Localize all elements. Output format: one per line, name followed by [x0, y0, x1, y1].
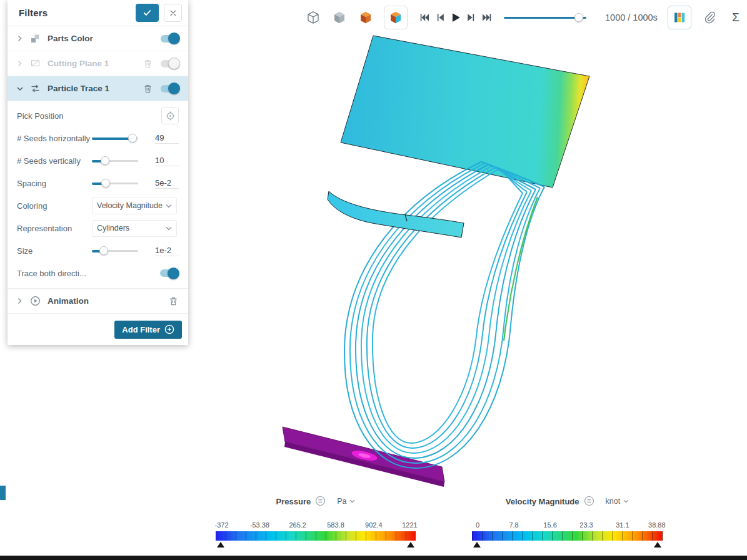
attach-button[interactable]: [701, 9, 718, 26]
coloring-select[interactable]: Velocity Magnitude: [92, 198, 177, 214]
delete-animation-button[interactable]: [169, 296, 179, 306]
seeds-horizontal-value[interactable]: 49: [155, 133, 179, 144]
results-view-button[interactable]: [384, 6, 408, 29]
filter-row-particle-trace[interactable]: Particle Trace 1: [8, 76, 188, 101]
skip-start-button[interactable]: [418, 11, 431, 24]
step-back-button[interactable]: [433, 11, 447, 24]
trace-both-toggle[interactable]: [160, 269, 179, 277]
step-back-icon: [434, 11, 446, 24]
filter-row-label: Animation: [48, 296, 163, 306]
pressure-min-marker[interactable]: [217, 542, 224, 548]
menu-circle-icon: [584, 496, 594, 506]
legend-tick: 23.3: [579, 521, 593, 529]
cube-outline-icon: [306, 10, 321, 25]
trace-both-row: Trace both directi...: [8, 262, 188, 284]
colormap-button[interactable]: [668, 6, 691, 29]
pick-position-row: Pick Position: [8, 104, 188, 127]
legend-tick: 31.1: [616, 521, 629, 529]
cutting-plane-toggle[interactable]: [161, 60, 179, 68]
legend-tick: 1221: [402, 521, 417, 529]
particle-trace-toggle[interactable]: [161, 85, 179, 92]
chevron-down-icon: [349, 499, 355, 503]
filter-row-cutting-plane[interactable]: Cutting Plane 1: [8, 51, 188, 76]
representation-row: Representation Cylinders: [8, 217, 188, 239]
pressure-legend-menu-button[interactable]: [315, 496, 326, 507]
spacing-slider[interactable]: [92, 179, 138, 188]
size-slider[interactable]: [92, 246, 138, 255]
pressure-unit-select[interactable]: Pa: [337, 497, 355, 506]
size-value[interactable]: 1e-2: [155, 246, 179, 256]
velocity-max-marker[interactable]: [654, 542, 661, 548]
slider-handle[interactable]: [101, 156, 109, 165]
filter-row-parts-color[interactable]: Parts Color: [8, 26, 188, 51]
pressure-legend-header: Pressure Pa: [216, 494, 416, 509]
legend-tick: 583.8: [327, 521, 344, 529]
seeds-horizontal-slider[interactable]: [92, 134, 138, 142]
timeline-handle[interactable]: [574, 13, 583, 22]
pressure-max-marker[interactable]: [407, 542, 414, 548]
add-filter-button[interactable]: Add Filter: [114, 321, 182, 339]
time-display[interactable]: 1000 / 1000s: [605, 12, 658, 22]
chevron-right-icon[interactable]: [16, 59, 24, 68]
mesh-button[interactable]: [358, 9, 374, 26]
pressure-colorbar[interactable]: [216, 531, 416, 541]
spacing-row: Spacing 5e-2: [8, 172, 188, 194]
seeds-vertical-slider[interactable]: [92, 156, 138, 165]
spacing-label: Spacing: [17, 179, 92, 188]
step-forward-button[interactable]: [464, 11, 478, 24]
filter-row-animation[interactable]: Animation: [8, 289, 188, 314]
velocity-legend-title: Velocity Magnitude: [506, 497, 579, 506]
pressure-legend-title: Pressure: [276, 497, 311, 506]
result-plate[interactable]: [341, 36, 589, 188]
fit-view-button[interactable]: [305, 9, 321, 26]
toggle-knob: [168, 82, 180, 94]
chevron-right-icon[interactable]: [16, 297, 24, 305]
trace-both-label: Trace both directi...: [17, 269, 159, 278]
pick-position-label: Pick Position: [17, 111, 92, 121]
skip-end-button[interactable]: [480, 11, 494, 24]
velocity-min-marker[interactable]: [473, 542, 481, 548]
bottom-bar: [0, 556, 747, 560]
add-filter-label: Add Filter: [122, 325, 160, 334]
statistics-button[interactable]: Σ: [728, 9, 744, 26]
slider-handle[interactable]: [99, 246, 108, 255]
plus-circle-icon: [164, 324, 174, 334]
paperclip-icon: [703, 11, 716, 24]
play-icon: [449, 10, 463, 25]
delete-particle-trace-button[interactable]: [143, 84, 154, 94]
filters-panel: Filters Parts Color C: [8, 0, 188, 345]
filter-row-label: Cutting Plane 1: [48, 59, 138, 68]
play-button[interactable]: [449, 11, 463, 24]
close-filters-button[interactable]: [164, 4, 182, 22]
representation-select[interactable]: Cylinders: [92, 220, 177, 237]
slider-handle[interactable]: [101, 179, 110, 188]
timeline-slider[interactable]: [504, 13, 586, 22]
filter-row-label: Parts Color: [48, 34, 154, 43]
velocity-unit-select[interactable]: knot: [606, 497, 629, 506]
menu-circle-icon: [315, 496, 326, 506]
chevron-right-icon[interactable]: [16, 34, 24, 42]
parts-color-toggle[interactable]: [161, 35, 179, 42]
seeds-vertical-value[interactable]: 10: [155, 156, 179, 166]
velocity-unit-value: knot: [606, 497, 621, 506]
edge-panel-chip[interactable]: [0, 486, 6, 500]
particle-trace-streamlines[interactable]: [344, 162, 544, 468]
pick-position-button[interactable]: [161, 107, 179, 124]
post-processor-window: 1000 / 1000s Σ Filters: [0, 0, 747, 560]
apply-filters-button[interactable]: [136, 4, 159, 22]
spacing-value[interactable]: 5e-2: [155, 178, 179, 189]
pressure-legend: Pressure Pa -372 -53.38 265.2 583.8 902.…: [216, 494, 416, 549]
velocity-legend-menu-button[interactable]: [584, 496, 595, 507]
trash-icon: [169, 296, 178, 306]
geometry-button[interactable]: [331, 9, 348, 26]
base-plate[interactable]: [283, 427, 444, 487]
solid-cube-icon: [332, 10, 347, 25]
slider-handle[interactable]: [128, 134, 137, 142]
toggle-knob: [168, 58, 180, 69]
velocity-colorbar[interactable]: [472, 531, 663, 541]
pressure-unit-value: Pa: [337, 497, 346, 506]
filter-row-label: Particle Trace 1: [48, 84, 138, 93]
chevron-down-icon[interactable]: [16, 85, 24, 92]
seeds-vertical-row: # Seeds vertically 10: [8, 149, 188, 172]
delete-cutting-plane-button[interactable]: [143, 59, 154, 69]
